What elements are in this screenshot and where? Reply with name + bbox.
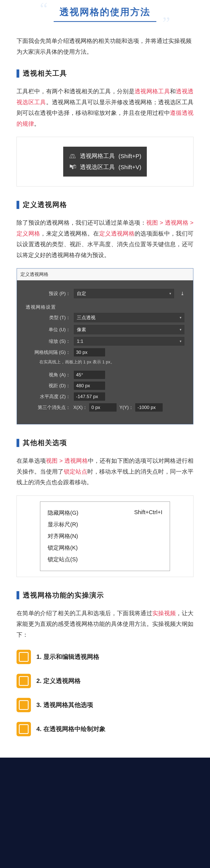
scale-value: 1:1 [77,339,83,344]
text: ，来定义透视网格。在 [40,230,99,237]
highlight: 透视网格工具 [135,88,170,94]
intro-paragraph: 下面我会先简单介绍透视网格的相关功能和选项，并将通过实操视频为大家演示具体的使用… [17,35,193,57]
grid-gap-row: 网格线间隔 (G)： 30 px [26,348,184,356]
vp3-y-input[interactable]: -1000 px [135,403,162,411]
section-heading-demo: 透视网格功能的实操演示 [17,591,193,600]
menu-label: 锁定站点(S) [48,556,78,563]
demo-label: 1. 显示和编辑透视网格 [36,653,99,661]
unit-label: 单位 (U)： [26,327,70,333]
text: 除了预设的透视网格，我们还可以通过菜单选项： [17,219,146,226]
vp3-x-input[interactable]: 0 px [89,403,116,411]
quote-right-icon: ” [162,14,170,32]
tool-panel: 透视网格工具 (Shift+P) 透视选区工具 (Shift+V) [63,147,147,177]
text: 。 [34,121,40,127]
menu-label: 锁定网格(K) [48,544,78,552]
text: 和 [170,88,176,94]
menu-snap-to-grid[interactable]: 对齐网格(N) [48,530,162,542]
section-heading-text: 定义透视网格 [23,200,67,210]
dialog-figure: 定义透视网格 预设 (P)： 自定▾ ⤓ 透视网格设置 类型 (T)： 三点透视… [17,268,193,425]
angle-input[interactable]: 45° [74,371,105,379]
vp3-x-label: X(X)： [73,404,87,410]
preset-row: 预设 (P)： 自定▾ ⤓ [26,289,184,298]
section2-paragraph: 除了预设的透视网格，我们还可以通过菜单选项：视图 > 透视网格 > 定义网格，来… [17,217,193,260]
menu-show-rulers[interactable]: 显示标尺(R) [48,519,162,530]
demo-item-3: 3. 透视网格其他选项 [17,698,193,712]
distance-input[interactable]: 480 px [74,382,105,390]
clipboard-icon [17,650,31,664]
clipboard-icon [17,698,31,712]
unit-row: 单位 (U)： 像素▾ [26,325,184,334]
type-select[interactable]: 三点透视▾ [74,313,184,322]
menu-lock-station[interactable]: 锁定站点(S) [48,554,162,565]
vp3-y-label: Y(Y)： [120,404,133,410]
section4-paragraph: 在简单的介绍了相关的工具和选项后，下面我将通过实操视频，让大家能更为直观的感受透… [17,608,193,640]
section1-paragraph: 工具栏中，有两个和透视相关的工具，分别是透视网格工具和透视透视选区工具。透视网格… [17,86,193,129]
menu-lock-grid[interactable]: 锁定网格(K) [48,542,162,554]
tool-panel-figure: 透视网格工具 (Shift+P) 透视选区工具 (Shift+V) [17,137,193,186]
clipboard-icon [17,722,31,736]
article-page: “ 透视网格的使用方法 ” 下面我会先简单介绍透视网格的相关功能和选项，并将通过… [0,0,210,757]
heading-bar-icon [17,69,19,78]
text: 在简单的介绍了相关的工具和选项后，下面我将通过 [17,610,152,616]
save-preset-icon[interactable]: ⤓ [180,291,184,296]
menu-shortcut: Shift+Ctrl+I [134,509,162,517]
distance-label: 视距 (D)： [26,382,70,389]
scale-label: 缩放 (S)： [26,338,70,344]
type-value: 三点透视 [77,314,96,321]
menu-figure: 隐藏网格(G)Shift+Ctrl+I 显示标尺(R) 对齐网格(N) 锁定网格… [17,496,193,577]
heading-bar-icon [17,439,19,447]
grid-gap-input[interactable]: 30 px [74,348,105,356]
preset-select[interactable]: 自定▾ [74,289,174,298]
unit-select[interactable]: 像素▾ [74,325,184,334]
tool-shortcut: (Shift+V) [119,164,141,170]
menu-label: 显示标尺(R) [48,521,78,528]
heading-bar-icon [17,201,19,209]
demo-label: 4. 在透视网格中绘制对象 [36,725,106,733]
angle-label: 视角 (A)： [26,372,70,378]
chevron-down-icon: ▾ [180,339,181,343]
tool-label: 透视网格工具 [80,152,115,160]
text: 在菜单选项 [17,458,46,464]
perspective-grid-icon [69,152,76,160]
define-perspective-dialog: 定义透视网格 预设 (P)： 自定▾ ⤓ 透视网格设置 类型 (T)： 三点透视… [17,268,193,424]
scale-row: 缩放 (S)： 1:1▾ [26,337,184,345]
distance-row: 视距 (D)： 480 px [26,382,184,390]
highlight: 锁定站点 [64,468,87,475]
demo-item-1: 1. 显示和编辑透视网格 [17,650,193,664]
horizon-height-label: 水平高度 (Z)： [26,394,70,400]
page-title: 透视网格的使用方法 [54,6,156,22]
horizon-height-input[interactable]: -147.57 px [74,393,105,401]
demo-item-4: 4. 在透视网格中绘制对象 [17,722,193,736]
section-heading-tools: 透视相关工具 [17,69,193,78]
menu-label: 隐藏网格(G) [48,509,78,517]
chevron-down-icon: ▾ [169,291,171,296]
highlight: 定义透视网格 [99,230,135,237]
type-label: 类型 (T)： [26,314,70,321]
tool-perspective-grid[interactable]: 透视网格工具 (Shift+P) [69,151,141,162]
heading-bar-icon [17,591,19,599]
tool-perspective-selection[interactable]: 透视选区工具 (Shift+V) [69,162,141,173]
chevron-down-icon: ▾ [180,328,181,332]
clipboard-icon [17,674,31,688]
demo-label: 2. 定义透视网格 [36,677,81,685]
unit-value: 像素 [77,327,86,333]
highlight: 视图 > 透视网格 [46,458,88,464]
section-heading-text: 透视网格功能的实操演示 [23,591,104,600]
text: 工具栏中，有两个和透视相关的工具，分别是 [17,88,135,94]
demo-item-2: 2. 定义透视网格 [17,674,193,688]
scale-select[interactable]: 1:1▾ [74,337,184,345]
highlight: 实操视频 [152,610,176,616]
demo-label: 3. 透视网格其他选项 [36,701,93,709]
menu-hide-grid[interactable]: 隐藏网格(G)Shift+Ctrl+I [48,507,162,519]
grid-gap-label: 网格线间隔 (G)： [26,349,70,355]
preset-value: 自定 [77,290,86,297]
section-heading-text: 透视相关工具 [23,69,67,78]
tool-shortcut: (Shift+P) [119,153,141,159]
horizon-height-row: 水平高度 (Z)： -147.57 px [26,393,184,401]
perspective-selection-icon [69,163,76,171]
dialog-body: 预设 (P)： 自定▾ ⤓ 透视网格设置 类型 (T)： 三点透视▾ 单位 (U… [17,280,193,424]
context-menu: 隐藏网格(G)Shift+Ctrl+I 显示标尺(R) 对齐网格(N) 锁定网格… [40,501,170,571]
dialog-title: 定义透视网格 [17,269,193,280]
title-block: “ 透视网格的使用方法 ” [17,6,193,22]
third-vp-label: 第三个消失点： [26,404,70,410]
